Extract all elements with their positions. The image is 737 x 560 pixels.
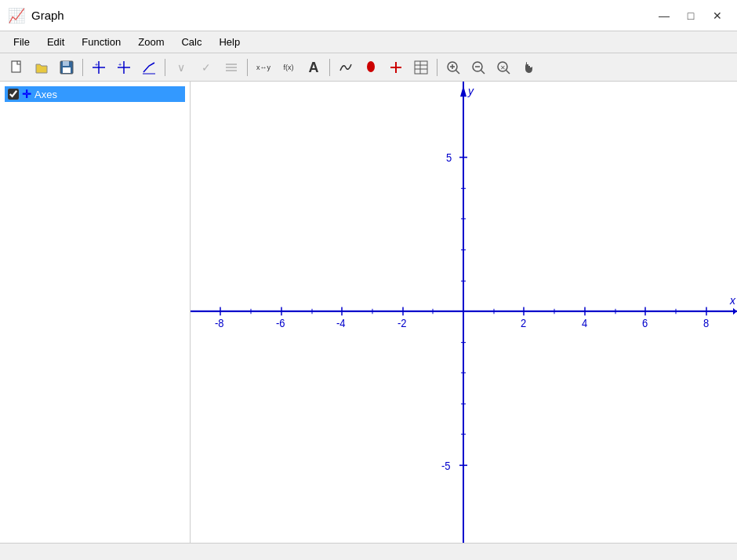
svg-text:∨: ∨ — [177, 61, 185, 74]
toolbar-sep-2 — [165, 59, 165, 76]
insert-tangent-button[interactable] — [137, 56, 161, 78]
insert-axes-button[interactable]: + — [87, 56, 111, 78]
svg-rect-19 — [415, 61, 427, 74]
label-fx-button[interactable]: f(x) — [277, 56, 300, 78]
svg-text:✓: ✓ — [201, 61, 211, 74]
relation-button[interactable] — [384, 56, 408, 78]
svg-rect-0 — [12, 61, 20, 72]
menu-bar: File Edit Function Zoom Calc Help — [0, 31, 737, 53]
main-area: ✛ Axes x y — [0, 82, 737, 543]
minimize-button[interactable]: — — [652, 5, 676, 26]
axes-cross-icon: ✛ — [22, 88, 31, 100]
toolbar-sep-4 — [329, 59, 330, 76]
title-bar: 📈 Graph — □ ✕ — [0, 0, 737, 31]
svg-text:-5: -5 — [441, 460, 451, 472]
window-title: Graph — [31, 9, 64, 22]
svg-text:4: 4 — [582, 318, 588, 330]
label-xy-button[interactable]: x↔y — [252, 56, 275, 78]
axes-item[interactable]: ✛ Axes — [5, 86, 185, 102]
window-controls: — □ ✕ — [652, 5, 729, 26]
sidebar: ✛ Axes — [0, 82, 191, 543]
svg-text:+: + — [118, 62, 122, 67]
status-bar — [0, 543, 737, 560]
svg-text:-6: -6 — [276, 318, 285, 330]
toolbar-sep-1 — [82, 59, 83, 76]
menu-file[interactable]: File — [5, 33, 38, 51]
shade-button[interactable] — [359, 56, 383, 78]
menu-help[interactable]: Help — [210, 33, 249, 51]
func-check-button[interactable]: ✓ — [194, 56, 218, 78]
maximize-button[interactable]: □ — [679, 5, 703, 26]
zoom-fit-button[interactable]: ✕ — [492, 56, 515, 78]
label-text-button[interactable]: A — [302, 56, 325, 78]
toolbar-sep-5 — [437, 59, 437, 76]
svg-text:8: 8 — [703, 318, 709, 330]
svg-point-16 — [367, 61, 375, 72]
svg-text:5: 5 — [446, 152, 452, 165]
svg-rect-3 — [63, 67, 71, 73]
xy-icon: x↔y — [256, 64, 270, 71]
svg-text:+: + — [95, 62, 98, 67]
insert-func-button[interactable]: + — [112, 56, 136, 78]
menu-zoom[interactable]: Zoom — [129, 33, 172, 51]
axes-label: Axes — [34, 89, 57, 100]
axes-checkbox[interactable] — [8, 89, 19, 100]
new-button[interactable] — [5, 56, 28, 78]
svg-text:y: y — [467, 85, 474, 98]
save-button[interactable] — [55, 56, 78, 78]
svg-text:✕: ✕ — [500, 64, 506, 71]
graph-area[interactable]: x y -8 -6 -4 -2 2 4 — [191, 82, 737, 543]
close-button[interactable]: ✕ — [706, 5, 729, 26]
hand-button[interactable] — [517, 56, 540, 78]
svg-text:2: 2 — [521, 318, 526, 330]
menu-function[interactable]: Function — [73, 33, 129, 51]
svg-text:-8: -8 — [215, 318, 224, 330]
menu-calc[interactable]: Calc — [172, 33, 210, 51]
svg-rect-2 — [63, 61, 69, 66]
app-icon: 📈 — [8, 7, 25, 24]
fx-icon: f(x) — [284, 64, 294, 71]
zoom-out-button[interactable] — [467, 56, 490, 78]
svg-text:6: 6 — [642, 318, 648, 330]
text-icon: A — [309, 60, 319, 75]
svg-line-28 — [481, 70, 485, 74]
svg-text:-2: -2 — [398, 318, 407, 330]
title-left: 📈 Graph — [8, 7, 64, 24]
func-lines-button[interactable] — [220, 56, 243, 78]
svg-line-24 — [456, 70, 460, 74]
svg-line-31 — [506, 70, 510, 74]
func-v-button[interactable]: ∨ — [169, 56, 193, 78]
zoom-in-button[interactable] — [441, 56, 465, 78]
curve-button[interactable] — [334, 56, 358, 78]
open-button[interactable] — [30, 56, 53, 78]
toolbar-sep-3 — [247, 59, 248, 76]
menu-edit[interactable]: Edit — [38, 33, 73, 51]
toolbar: + + ∨ ✓ x↔y f(x) A — [0, 53, 737, 82]
table-button[interactable] — [409, 56, 433, 78]
svg-text:-4: -4 — [336, 318, 346, 330]
svg-text:x: x — [729, 294, 736, 307]
